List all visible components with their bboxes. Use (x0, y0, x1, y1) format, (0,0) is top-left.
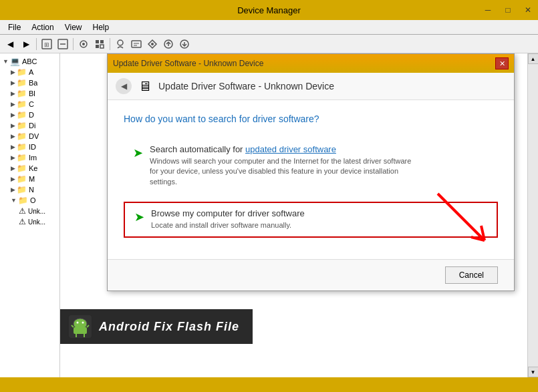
cancel-button[interactable]: Cancel (445, 266, 498, 284)
option-arrow-browse: ➤ (134, 210, 144, 224)
dialog-subtitle: Update Driver Software - Unknown Device (158, 81, 334, 91)
svg-text:⊞: ⊞ (44, 41, 49, 48)
option-title-auto: Search automatically for updated driver … (150, 144, 411, 154)
option-content-browse: Browse my computer for driver software L… (151, 208, 305, 230)
svg-point-29 (76, 322, 78, 324)
status-bar (0, 377, 538, 392)
toolbar-btn3[interactable] (76, 37, 91, 51)
window-title: Device Manager (237, 5, 301, 15)
menu-help[interactable]: Help (88, 21, 115, 33)
dialog-footer: Cancel (108, 259, 514, 290)
tree-item-7[interactable]: ▶ 📁 ID (0, 142, 59, 152)
tree-item-11[interactable]: ▶ 📁 N (0, 184, 59, 195)
dialog-question: How do you want to search for driver sof… (124, 114, 498, 124)
tree-root-label: ABC (22, 57, 37, 65)
update-driver-dialog: Update Driver Software - Unknown Device … (107, 53, 515, 291)
tree-item-5[interactable]: ▶ 📁 Di (0, 120, 59, 131)
option-title-prefix: Search automatically for (150, 144, 245, 154)
option-desc-browse: Locate and install driver software manua… (151, 220, 305, 230)
svg-point-14 (151, 43, 154, 45)
branding-bar: Android Fix Flash File (60, 309, 253, 344)
tree-item-3[interactable]: ▶ 📁 C (0, 99, 59, 110)
toolbar-sep2 (73, 38, 74, 50)
toolbar-btn1[interactable]: ⊞ (39, 37, 54, 51)
browse-computer-option[interactable]: ➤ Browse my computer for driver software… (124, 202, 498, 237)
tree-item-8[interactable]: ▶ 📁 Im (0, 152, 59, 163)
branding-text: Android Fix Flash File (99, 320, 239, 334)
dialog-title: Update Driver Software - Unknown Device (113, 59, 263, 68)
scrollbar-right[interactable]: ▲ ▼ (527, 53, 538, 377)
dialog-title-bar: Update Driver Software - Unknown Device … (108, 54, 514, 73)
toolbar-btn9[interactable] (177, 37, 192, 51)
toolbar: ◀ ▶ ⊞ (0, 35, 538, 53)
toolbar-btn8[interactable] (161, 37, 176, 51)
option-content-auto: Search automatically for updated driver … (150, 144, 411, 187)
tree-root[interactable]: ▼ 💻 ABC (0, 56, 59, 67)
menu-action[interactable]: Action (26, 21, 59, 33)
tree-item-0[interactable]: ▶ 📁 A (0, 67, 59, 77)
search-automatically-option[interactable]: ➤ Search automatically for updated drive… (124, 138, 498, 194)
dialog-header: ◀ 🖥 Update Driver Software - Unknown Dev… (108, 73, 514, 100)
tree-item-sub2[interactable]: ⚠ Unk... (0, 216, 59, 227)
svg-rect-8 (96, 45, 99, 48)
menu-view[interactable]: View (59, 21, 88, 33)
computer-icon: 💻 (10, 57, 20, 66)
menu-file[interactable]: File (3, 21, 26, 33)
scroll-up[interactable]: ▲ (528, 53, 539, 64)
tree-expand-icon: ▼ (3, 58, 9, 65)
option-arrow-auto: ➤ (133, 146, 143, 160)
toolbar-btn5[interactable] (113, 37, 128, 51)
option-title-highlight: updated driver software (245, 144, 336, 154)
tree-item-10[interactable]: ▶ 📁 M (0, 174, 59, 184)
svg-point-30 (82, 322, 84, 324)
tree-item-1[interactable]: ▶ 📁 Ba (0, 77, 59, 88)
toolbar-btn7[interactable] (145, 37, 160, 51)
device-tree: ▼ 💻 ABC ▶ 📁 A ▶ 📁 Ba ▶ 📁 Bl ▶ 📁 C ▶ 📁 D (0, 53, 60, 377)
svg-point-10 (118, 40, 123, 45)
svg-point-5 (82, 43, 85, 45)
tree-item-9[interactable]: ▶ 📁 Ke (0, 163, 59, 174)
minimize-button[interactable]: ─ (478, 0, 498, 20)
scroll-track[interactable] (528, 64, 538, 367)
window-controls: ─ □ ✕ (478, 0, 538, 20)
toolbar-forward[interactable]: ▶ (19, 37, 33, 51)
toolbar-btn2[interactable] (55, 37, 70, 51)
content-pane: ▲ ▼ Update Driver Software - Unknown Dev… (60, 53, 538, 377)
tree-item-4[interactable]: ▶ 📁 D (0, 110, 59, 120)
dialog-back-button[interactable]: ◀ (116, 78, 132, 94)
svg-rect-6 (96, 40, 99, 43)
close-button[interactable]: ✕ (518, 0, 538, 20)
toolbar-btn6[interactable] (129, 37, 144, 51)
scroll-down[interactable]: ▼ (528, 367, 539, 377)
dialog-body: How do you want to search for driver sof… (108, 100, 514, 259)
toolbar-sep1 (36, 38, 37, 50)
maximize-button[interactable]: □ (498, 0, 518, 20)
tree-item-2[interactable]: ▶ 📁 Bl (0, 88, 59, 99)
svg-rect-11 (132, 41, 141, 47)
tree-item-6[interactable]: ▶ 📁 DV (0, 131, 59, 142)
toolbar-back[interactable]: ◀ (3, 37, 17, 51)
main-area: ▼ 💻 ABC ▶ 📁 A ▶ 📁 Ba ▶ 📁 Bl ▶ 📁 C ▶ 📁 D (0, 53, 538, 377)
tree-item-12[interactable]: ▼ 📁 O (0, 195, 59, 206)
option-desc-auto: Windows will search your computer and th… (150, 156, 411, 187)
svg-rect-7 (100, 40, 104, 43)
svg-rect-24 (74, 327, 87, 334)
svg-rect-9 (100, 45, 104, 48)
title-bar: Device Manager ─ □ ✕ (0, 0, 538, 20)
tree-item-sub1[interactable]: ⚠ Unk... (0, 206, 59, 216)
menu-bar: File Action View Help (0, 20, 538, 35)
dialog-close-button[interactable]: ✕ (495, 57, 509, 69)
toolbar-sep3 (110, 38, 110, 50)
option-title-browse: Browse my computer for driver software (151, 208, 305, 218)
device-icon: 🖥 (138, 79, 152, 94)
toolbar-btn4[interactable] (92, 37, 107, 51)
branding-logo (68, 315, 92, 339)
